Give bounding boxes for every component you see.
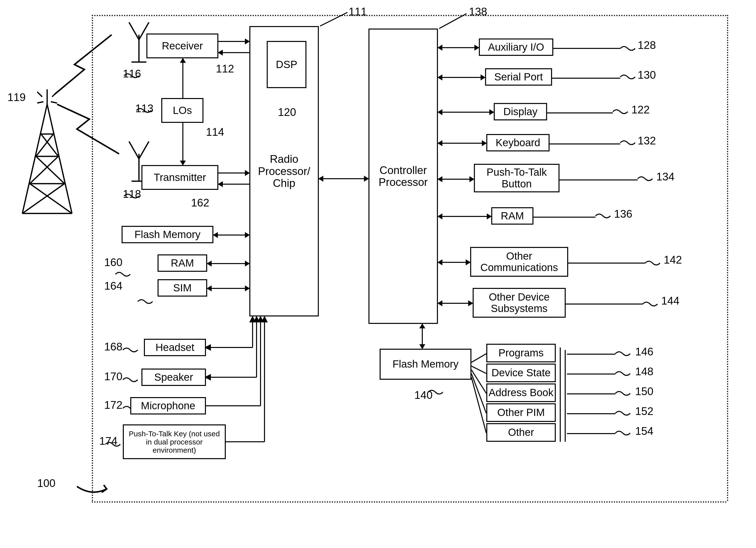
svg-line-34: [471, 354, 486, 362]
svg-marker-33: [254, 317, 259, 322]
ref-112: 112: [216, 63, 234, 74]
ref-118: 118: [123, 189, 141, 199]
arrow-ctrl-ptt: [438, 179, 474, 180]
flash-memory-controller-block: Flash Memory: [380, 349, 471, 380]
ref-120: 120: [278, 107, 296, 118]
system-boundary-bottom: [92, 501, 727, 503]
stack-side-1: [556, 348, 561, 442]
svg-line-8: [30, 156, 58, 184]
arrow-ctrl-othersub: [438, 303, 473, 304]
ref-114: 114: [206, 126, 224, 137]
ref-138: 138: [469, 6, 487, 17]
svg-line-16: [51, 102, 57, 103]
controller-processor-block: Controller Processor: [368, 29, 438, 324]
svg-line-6: [22, 184, 65, 213]
svg-line-14: [52, 92, 57, 97]
ref-160: 160: [104, 257, 122, 268]
lead-ptt: [559, 179, 638, 180]
ref-116: 116: [123, 68, 141, 79]
svg-line-7: [30, 184, 72, 213]
ref-164: 164: [104, 281, 122, 292]
svg-marker-25: [205, 345, 210, 350]
sim-block: SIM: [158, 279, 207, 297]
receiver-block: Receiver: [146, 33, 218, 58]
ref-168: 168: [104, 341, 122, 352]
serial-port-block: Serial Port: [485, 68, 552, 86]
svg-line-9: [36, 156, 65, 184]
ref-172: 172: [104, 400, 122, 411]
arrow-los-to-receiver: [182, 58, 183, 98]
svg-line-35: [471, 366, 486, 374]
lead-display: [547, 112, 613, 113]
arrow-ctrl-othercomm: [438, 262, 470, 263]
system-boundary-right: [727, 15, 728, 501]
svg-marker-29: [258, 317, 263, 322]
svg-line-15: [37, 102, 43, 103]
arrow-los-to-transmitter: [182, 123, 183, 165]
lead-154: [567, 433, 615, 434]
lead-auxio: [553, 48, 620, 49]
arrow-sim-radio: [207, 288, 249, 289]
arrow-ctrl-ram: [438, 216, 491, 217]
lead-148: [567, 374, 615, 375]
lead-othersub: [566, 304, 643, 305]
svg-marker-27: [205, 375, 210, 380]
ref-144: 144: [661, 295, 679, 306]
ref-146: 146: [635, 346, 653, 357]
ref-119: 119: [7, 92, 26, 103]
ref-111: 111: [349, 6, 367, 17]
ptt-key-block: Push-To-Talk Key (not used in dual proce…: [123, 424, 226, 459]
speaker-block: Speaker: [141, 369, 206, 386]
other-pim-block: Other PIM: [486, 403, 556, 422]
other-subsystems-block: Other Device Subsystems: [473, 288, 566, 318]
lead-othercomm: [568, 262, 645, 263]
arrow-radio-to-transmitter: [218, 184, 249, 185]
dsp-block: DSP: [267, 41, 306, 88]
svg-line-1: [47, 104, 72, 213]
ref-100: 100: [37, 478, 55, 489]
ref-170: 170: [104, 371, 122, 382]
svg-line-10: [36, 134, 53, 156]
arrow-ctrl-auxio: [438, 47, 479, 48]
arrow-receiver-to-radio: [218, 41, 249, 42]
lead-keyboard: [550, 143, 620, 144]
system-boundary-left: [92, 15, 93, 501]
programs-block: Programs: [486, 344, 556, 362]
ref-134: 134: [656, 171, 674, 182]
svg-line-0: [22, 104, 47, 213]
ref-140: 140: [414, 390, 432, 401]
svg-line-13: [37, 92, 42, 97]
lead-146: [567, 354, 615, 355]
flash-other-block: Other: [486, 423, 556, 442]
lead-serial: [552, 78, 620, 79]
arrow-radio-to-receiver: [218, 52, 249, 53]
arrow-transmitter-to-radio: [218, 172, 249, 173]
keyboard-block: Keyboard: [486, 134, 550, 151]
svg-line-37: [471, 374, 486, 413]
arrow-ctrl-keyboard: [438, 143, 486, 144]
ref-128: 128: [638, 40, 656, 51]
transmitter-block: Transmitter: [141, 165, 218, 190]
lead-152: [567, 413, 615, 414]
ref-154: 154: [635, 426, 653, 437]
svg-line-36: [471, 370, 486, 393]
svg-line-11: [41, 134, 58, 156]
address-book-block: Address Book: [486, 384, 556, 402]
ref-132: 132: [638, 135, 656, 146]
ref-150: 150: [635, 386, 653, 397]
ptt-button-block: Push-To-Talk Button: [474, 164, 559, 192]
lead-150: [567, 393, 615, 394]
ref-122: 122: [631, 104, 650, 115]
ref-162: 162: [191, 197, 209, 208]
other-comms-block: Other Communications: [470, 247, 568, 277]
svg-marker-32: [250, 317, 255, 322]
arrow-ctrl-display: [438, 112, 494, 113]
svg-line-21: [320, 12, 347, 26]
stack-side-2: [561, 350, 566, 442]
device-state-block: Device State: [486, 364, 556, 382]
ram-radio-block: RAM: [158, 254, 207, 272]
arrow-ctrl-serial: [438, 77, 485, 78]
ref-142: 142: [664, 254, 682, 265]
ref-136: 136: [614, 208, 632, 219]
ref-113: 113: [135, 103, 153, 114]
